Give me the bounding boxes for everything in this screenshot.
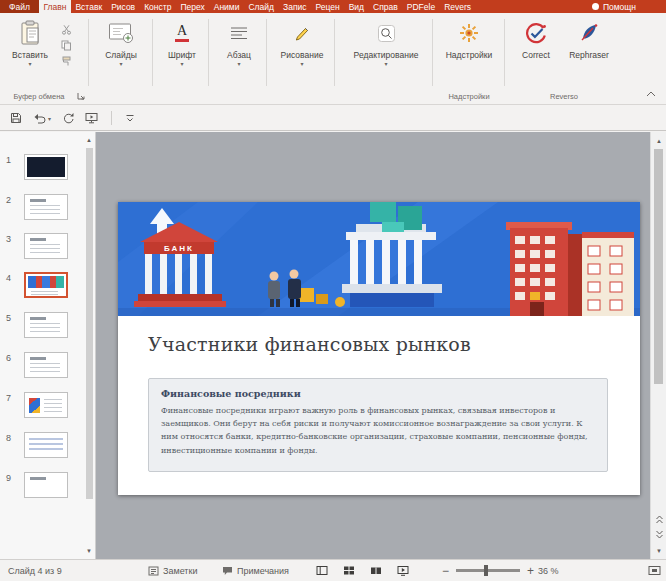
tab-design[interactable]: Констр (140, 0, 176, 13)
thumbnail-number: 8 (6, 433, 11, 443)
redo-button[interactable] (62, 112, 74, 124)
canvas-scrollbar[interactable]: ▲ ▼ (650, 132, 666, 559)
thumbnail-number: 5 (6, 313, 11, 323)
thumbnail-number: 2 (6, 195, 11, 205)
status-bar: Слайд 4 из 9 Заметки Примечания (0, 559, 666, 581)
zoom-out-button[interactable]: − (442, 565, 449, 577)
tab-pdfelement[interactable]: PDFele (402, 0, 439, 13)
customize-quick-access-button[interactable] (125, 113, 135, 123)
tab-transitions[interactable]: Перех (176, 0, 209, 13)
chevron-down-icon: ▾ (28, 61, 31, 67)
thumbnail-row: 5 (0, 312, 84, 342)
tab-home[interactable]: Главн (39, 0, 71, 13)
addins-button[interactable]: Надстройки (440, 18, 498, 92)
scroll-down-arrow-icon[interactable]: ▼ (651, 543, 666, 558)
thumbnail-row: 2 (0, 194, 84, 224)
zoom-percentage-button[interactable]: 36 % (538, 560, 559, 581)
paragraph-button[interactable]: Абзац ▾ (216, 18, 262, 92)
tab-animations[interactable]: Аними (209, 0, 244, 13)
thumbnail-scrollbar[interactable]: ▲ ▼ (83, 132, 95, 559)
collapse-ribbon-button[interactable] (643, 87, 659, 100)
ribbon-group-separator (208, 19, 209, 86)
tab-help[interactable]: Справ (369, 0, 403, 13)
zoom-slider[interactable] (456, 569, 520, 572)
scroll-up-arrow-icon[interactable]: ▲ (651, 133, 666, 148)
slide-banner-illustration[interactable]: БАНК (118, 202, 640, 316)
scrollbar-thumb[interactable] (86, 148, 93, 499)
font-icon: А (175, 18, 189, 48)
notes-toggle-button[interactable]: Заметки (148, 560, 197, 581)
slide-sorter-view-button[interactable] (339, 563, 359, 579)
bank-sign-text: БАНК (164, 244, 194, 253)
chevron-down-icon: ▾ (300, 61, 303, 67)
slide-thumbnail-8[interactable] (24, 432, 68, 458)
slide-title-textbox[interactable]: Участники финансовых рынков (148, 333, 610, 355)
tab-review[interactable]: Рецен (311, 0, 344, 13)
tab-insert[interactable]: Вставк (71, 0, 107, 13)
reverso-correct-button[interactable]: Correct (512, 18, 560, 92)
help-assistant-button[interactable]: Помощн (592, 0, 666, 13)
reverso-rephraser-button[interactable]: Rephraser (562, 18, 616, 92)
font-button[interactable]: А Шрифт ▾ (160, 18, 204, 92)
content-box-text: Финансовые посредники играют важную роль… (161, 404, 595, 457)
fit-slide-to-window-button[interactable] (648, 560, 661, 581)
slides-button[interactable]: Слайды ▾ (96, 18, 146, 92)
drawing-button[interactable]: Рисование ▾ (274, 18, 330, 92)
normal-view-button[interactable] (312, 563, 332, 579)
ribbon-tab-bar: Файл Главн Вставк Рисов Констр Перех Ани… (0, 0, 666, 13)
scroll-up-arrow-icon[interactable]: ▲ (83, 134, 95, 146)
thumbnail-number: 1 (6, 155, 11, 165)
scroll-down-arrow-icon[interactable]: ▼ (83, 545, 95, 557)
notes-icon (148, 566, 159, 576)
previous-slide-button[interactable] (651, 512, 666, 527)
ribbon-group-separator (334, 19, 335, 86)
comment-icon (222, 566, 233, 576)
save-button[interactable] (10, 112, 22, 124)
powerpoint-window: Файл Главн Вставк Рисов Констр Перех Ани… (0, 0, 666, 581)
slide-4-editing-surface[interactable]: БАНК (118, 202, 640, 495)
thumbnail-row: 1 (0, 154, 84, 184)
slide-thumbnail-1[interactable] (24, 154, 68, 180)
slideshow-view-button[interactable] (393, 563, 413, 579)
cut-button[interactable] (56, 22, 76, 36)
slide-counter[interactable]: Слайд 4 из 9 (8, 560, 62, 581)
slide-content-box[interactable]: Финансовые посредники Финансовые посредн… (148, 378, 608, 472)
next-slide-button[interactable] (651, 527, 666, 542)
undo-button[interactable]: ▾ (33, 113, 51, 124)
start-slideshow-button[interactable] (85, 112, 98, 124)
thumbnail-row: 8 (0, 432, 84, 462)
paste-button[interactable]: Вставить ▾ (8, 18, 52, 92)
slide-thumbnail-2[interactable] (24, 194, 68, 220)
slide-thumbnail-5[interactable] (24, 312, 68, 338)
scrollbar-thumb[interactable] (654, 149, 663, 384)
tab-slideshow[interactable]: Слайд (244, 0, 279, 13)
zoom-slider-thumb[interactable] (484, 565, 488, 576)
tab-record[interactable]: Запис (279, 0, 311, 13)
comments-toggle-button[interactable]: Примечания (222, 560, 289, 581)
tab-view[interactable]: Вид (344, 0, 368, 13)
clipboard-dialog-launcher[interactable] (76, 91, 86, 101)
reading-view-button[interactable] (366, 563, 386, 579)
thumbnail-row: 7 (0, 392, 84, 422)
slide-thumbnail-9[interactable] (24, 472, 68, 498)
zoom-in-button[interactable]: + (527, 565, 534, 577)
tab-draw[interactable]: Рисов (107, 0, 140, 13)
paragraph-icon (230, 18, 248, 48)
slide-thumbnail-3[interactable] (24, 233, 68, 259)
chevron-down-icon: ▾ (48, 116, 51, 122)
clipboard-paste-icon (19, 18, 41, 48)
slide-thumbnail-7[interactable] (24, 392, 68, 418)
editing-button[interactable]: Редактирование ▾ (344, 18, 428, 92)
new-slide-icon (108, 18, 134, 48)
tab-reverso[interactable]: Revers (440, 0, 476, 13)
copy-button[interactable] (56, 38, 76, 52)
slide-thumbnail-4[interactable] (24, 272, 68, 298)
thumbnail-number: 7 (6, 393, 11, 403)
ribbon-group-separator (504, 19, 505, 86)
quick-access-toolbar: ▾ (0, 106, 666, 131)
tab-file[interactable]: Файл (0, 0, 39, 13)
format-painter-button[interactable] (56, 54, 76, 68)
slide-thumbnail-6[interactable] (24, 352, 68, 378)
zoom-controls: − + (442, 560, 534, 581)
thumbnail-number: 9 (6, 473, 11, 483)
